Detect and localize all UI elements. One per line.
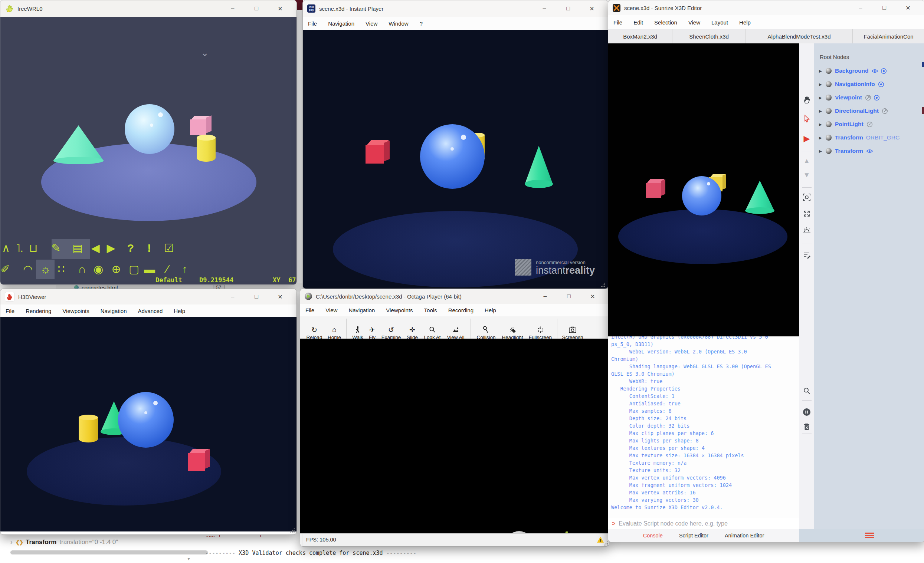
resize-grip[interactable] bbox=[600, 282, 605, 287]
menu-selection[interactable]: Selection bbox=[654, 19, 677, 25]
clear-console-icon[interactable] bbox=[800, 422, 814, 431]
panel-resize-arrow-icon[interactable]: ▾ bbox=[188, 556, 190, 562]
tool-icon[interactable] bbox=[867, 121, 873, 127]
view-all-button[interactable]: View All bbox=[444, 325, 468, 340]
home-button[interactable]: ⌂Home bbox=[326, 325, 343, 340]
menu-navigation[interactable]: Navigation bbox=[100, 308, 127, 314]
menu-navigation[interactable]: Navigation bbox=[348, 307, 375, 313]
look-at-button[interactable]: Look At bbox=[421, 325, 444, 340]
freewrl-next-icon[interactable]: ▶ bbox=[103, 239, 119, 257]
fly-button[interactable]: ✈Fly bbox=[366, 325, 378, 340]
menu-help[interactable]: ? bbox=[420, 20, 423, 27]
close-icon[interactable]: ✕ bbox=[580, 5, 604, 12]
octaga-viewport[interactable]: octaga VISUAL SOLUTIONS bbox=[300, 338, 609, 534]
menu-file[interactable]: File bbox=[614, 19, 622, 25]
maximize-icon[interactable]: □ bbox=[244, 5, 268, 12]
menu-recording[interactable]: Recording bbox=[448, 307, 474, 313]
freewrl-pencil-icon[interactable]: ✐ bbox=[0, 261, 14, 278]
menu-view[interactable]: View bbox=[366, 20, 377, 27]
tab-boxman2[interactable]: BoxMan2.x3d bbox=[608, 29, 672, 43]
freewrl-check-icon[interactable]: ☑ bbox=[160, 239, 177, 257]
target-icon[interactable] bbox=[873, 94, 880, 101]
minimize-icon[interactable]: – bbox=[221, 5, 244, 12]
expander-icon[interactable]: ▶ bbox=[819, 69, 824, 73]
menu-view[interactable]: View bbox=[688, 19, 700, 25]
freewrl-target-icon[interactable]: ⊕ bbox=[108, 261, 124, 278]
expander-icon[interactable]: ▶ bbox=[819, 149, 824, 153]
freewrl-light-icon[interactable]: ☼ bbox=[38, 261, 54, 278]
freewrl-warn-icon[interactable]: ! bbox=[141, 239, 158, 257]
maximize-icon[interactable]: □ bbox=[872, 4, 896, 11]
menu-window[interactable]: Window bbox=[388, 20, 408, 27]
tab-sheencloth[interactable]: SheenCloth.x3d bbox=[672, 29, 746, 43]
tab-script-editor[interactable]: Script Editor bbox=[679, 533, 708, 539]
horizontal-scrollbar[interactable] bbox=[10, 550, 208, 554]
select-cursor-icon[interactable] bbox=[800, 115, 814, 123]
menu-file[interactable]: File bbox=[305, 307, 314, 313]
node-transform[interactable]: ▶ Transform bbox=[814, 144, 924, 158]
sunrise-light-icon[interactable] bbox=[800, 227, 814, 234]
examine-button[interactable]: ↺Examine bbox=[378, 325, 404, 340]
node-background[interactable]: ▶ Background bbox=[814, 64, 924, 78]
minimize-icon[interactable]: – bbox=[533, 293, 557, 299]
pause-console-icon[interactable] bbox=[800, 407, 814, 416]
node-transform-orbit[interactable]: ▶ Transform ORBIT_GRC bbox=[814, 131, 924, 144]
expander-icon[interactable]: ▶ bbox=[819, 82, 824, 87]
resize-grip[interactable] bbox=[603, 541, 608, 545]
move-down-icon[interactable]: ▼ bbox=[800, 171, 814, 179]
eye-icon[interactable] bbox=[871, 69, 878, 73]
close-icon[interactable]: ✕ bbox=[896, 4, 920, 12]
walk-button[interactable]: Walk bbox=[350, 325, 366, 340]
menu-view[interactable]: View bbox=[326, 307, 338, 313]
menu-file[interactable]: File bbox=[308, 20, 317, 27]
freewrl-viewport[interactable]: ⌄ ∧ ˥. ⊔ ✎ ▤ ◀ ▶ ? ! ☑ ✐ ◠ ☼ ∷ ∩ bbox=[0, 17, 297, 284]
menu-layout[interactable]: Layout bbox=[711, 19, 728, 25]
fit-view-icon[interactable] bbox=[800, 210, 814, 218]
maximize-icon[interactable]: □ bbox=[244, 293, 268, 300]
minimize-icon[interactable]: – bbox=[532, 5, 556, 12]
maximize-icon[interactable]: □ bbox=[557, 293, 581, 299]
freewrl-frame-icon[interactable]: ▢ bbox=[126, 261, 142, 278]
tab-animation-editor[interactable]: Animation Editor bbox=[725, 533, 764, 539]
freewrl-tool-dish-icon[interactable]: ⊔ bbox=[25, 239, 42, 257]
tab-facialanimation[interactable]: FacialAnimationCon bbox=[853, 29, 924, 43]
pan-hand-icon[interactable] bbox=[800, 95, 814, 104]
freewrl-hill-icon[interactable]: ◠ bbox=[20, 261, 36, 278]
edit-source-icon[interactable] bbox=[800, 251, 814, 259]
menu-help[interactable]: Help bbox=[739, 19, 751, 25]
move-up-icon[interactable]: ▲ bbox=[800, 157, 814, 165]
expander-icon[interactable]: ▶ bbox=[819, 109, 824, 113]
collision-button[interactable]: Collision bbox=[474, 325, 498, 340]
play-icon[interactable]: ▶ bbox=[800, 134, 814, 144]
target-icon[interactable] bbox=[880, 68, 887, 74]
expander-icon[interactable]: ▶ bbox=[819, 123, 824, 126]
tab-console[interactable]: Console bbox=[643, 533, 663, 539]
freewrl-platform-icon[interactable]: ▬ bbox=[141, 261, 158, 278]
menu-navigation[interactable]: Navigation bbox=[328, 20, 354, 27]
eye-icon[interactable] bbox=[866, 149, 873, 154]
focus-object-icon[interactable] bbox=[800, 193, 814, 201]
freewrl-tool-grid-icon[interactable]: ▤ bbox=[69, 239, 86, 257]
freewrl-dots-icon[interactable]: ∷ bbox=[53, 261, 69, 278]
headlight-button[interactable]: Headlight bbox=[498, 325, 526, 340]
reload-button[interactable]: ↻Reload bbox=[303, 325, 326, 340]
menu-file[interactable]: File bbox=[6, 308, 15, 314]
menu-help[interactable]: Help bbox=[174, 308, 185, 314]
node-pointlight[interactable]: ▶ PointLight bbox=[814, 118, 924, 131]
maximize-icon[interactable]: □ bbox=[556, 5, 580, 12]
tab-alphablendmodetest[interactable]: AlphaBlendModeTest.x3d bbox=[746, 29, 853, 43]
chevron-right-icon[interactable]: › bbox=[10, 539, 13, 546]
minimize-icon[interactable]: – bbox=[849, 4, 872, 11]
freewrl-up-arrow-icon[interactable]: ↑ bbox=[177, 261, 193, 278]
freewrl-slash-icon[interactable]: ∕ bbox=[159, 261, 176, 278]
menu-viewpoints[interactable]: Viewpoints bbox=[62, 308, 89, 314]
screenshot-button[interactable]: Screensh bbox=[560, 325, 585, 340]
minimize-icon[interactable]: – bbox=[221, 293, 244, 300]
freewrl-tool-pen-icon[interactable]: ✎ bbox=[48, 239, 64, 257]
close-icon[interactable]: ✕ bbox=[581, 293, 604, 300]
close-icon[interactable]: ✕ bbox=[268, 5, 292, 12]
expander-icon[interactable]: ▶ bbox=[819, 96, 824, 100]
fullscreen-button[interactable]: Fullscreen bbox=[526, 325, 554, 340]
console-input[interactable]: > Evaluate Script node code here, e.g. t… bbox=[608, 518, 806, 529]
target-icon[interactable] bbox=[878, 81, 884, 88]
